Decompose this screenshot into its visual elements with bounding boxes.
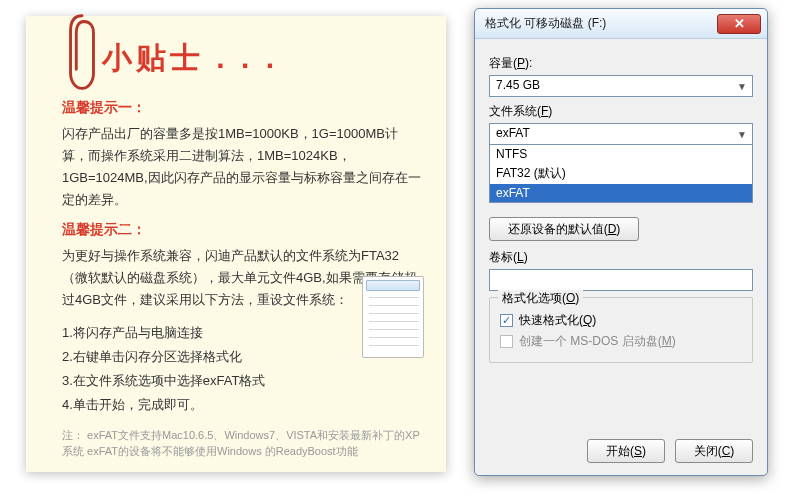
fs-option-exfat[interactable]: exFAT — [490, 184, 752, 202]
format-options-group: 格式化选项(O) ✓ 快速格式化(Q) 创建一个 MS-DOS 启动盘(M) — [489, 297, 753, 363]
chevron-down-icon: ▼ — [734, 78, 750, 94]
tip2-heading: 温馨提示二： — [62, 221, 422, 239]
dialog-titlebar[interactable]: 格式化 可移动磁盘 (F:) ✕ — [475, 9, 767, 39]
filesystem-value: exFAT — [496, 126, 530, 140]
quick-format-label: 快速格式化(Q) — [519, 312, 596, 329]
volume-input[interactable] — [489, 269, 753, 291]
footnote: 注： exFAT文件支持Mac10.6.5、Windows7、VISTA和安装最… — [62, 427, 422, 459]
step-3: 3.在文件系统选项中选择exFAT格式 — [62, 369, 422, 393]
tip1-body: 闪存产品出厂的容量多是按1MB=1000KB，1G=1000MB计算，而操作系统… — [62, 123, 422, 211]
dialog-title: 格式化 可移动磁盘 (F:) — [485, 15, 717, 32]
tip1-heading: 温馨提示一： — [62, 99, 422, 117]
close-button[interactable]: 关闭(C) — [675, 439, 753, 463]
dialog-thumbnail — [362, 276, 424, 358]
volume-label: 卷标(L) — [489, 249, 753, 266]
window-close-button[interactable]: ✕ — [717, 14, 761, 34]
note-title: 小贴士 . . . — [102, 38, 422, 79]
start-button[interactable]: 开始(S) — [587, 439, 665, 463]
msdos-boot-checkbox — [500, 335, 513, 348]
msdos-boot-row: 创建一个 MS-DOS 启动盘(M) — [500, 333, 742, 350]
dialog-body: 容量(P): 7.45 GB ▼ 文件系统(F) exFAT ▼ NTFS FA… — [475, 39, 767, 373]
format-options-legend: 格式化选项(O) — [498, 290, 583, 307]
fs-option-fat32[interactable]: FAT32 (默认) — [490, 163, 752, 184]
footnote-label: 注： — [62, 429, 84, 441]
footnote-text: exFAT文件支持Mac10.6.5、Windows7、VISTA和安装最新补丁… — [62, 429, 420, 457]
close-icon: ✕ — [734, 17, 745, 30]
dialog-button-row: 开始(S) 关闭(C) — [587, 439, 753, 463]
fs-option-ntfs[interactable]: NTFS — [490, 145, 752, 163]
quick-format-checkbox[interactable]: ✓ — [500, 314, 513, 327]
tips-note: 小贴士 . . . 温馨提示一： 闪存产品出厂的容量多是按1MB=1000KB，… — [26, 16, 446, 472]
msdos-boot-label: 创建一个 MS-DOS 启动盘(M) — [519, 333, 676, 350]
capacity-select[interactable]: 7.45 GB ▼ — [489, 75, 753, 97]
step-4: 4.单击开始，完成即可。 — [62, 393, 422, 417]
restore-defaults-button[interactable]: 还原设备的默认值(D) — [489, 217, 639, 241]
filesystem-label: 文件系统(F) — [489, 103, 753, 120]
quick-format-row[interactable]: ✓ 快速格式化(Q) — [500, 312, 742, 329]
filesystem-select[interactable]: exFAT ▼ — [489, 123, 753, 145]
paperclip-icon — [62, 10, 102, 96]
capacity-label: 容量(P): — [489, 55, 753, 72]
format-dialog: 格式化 可移动磁盘 (F:) ✕ 容量(P): 7.45 GB ▼ 文件系统(F… — [474, 8, 768, 476]
capacity-value: 7.45 GB — [496, 78, 540, 92]
chevron-down-icon: ▼ — [734, 126, 750, 142]
filesystem-dropdown: NTFS FAT32 (默认) exFAT — [489, 145, 753, 203]
